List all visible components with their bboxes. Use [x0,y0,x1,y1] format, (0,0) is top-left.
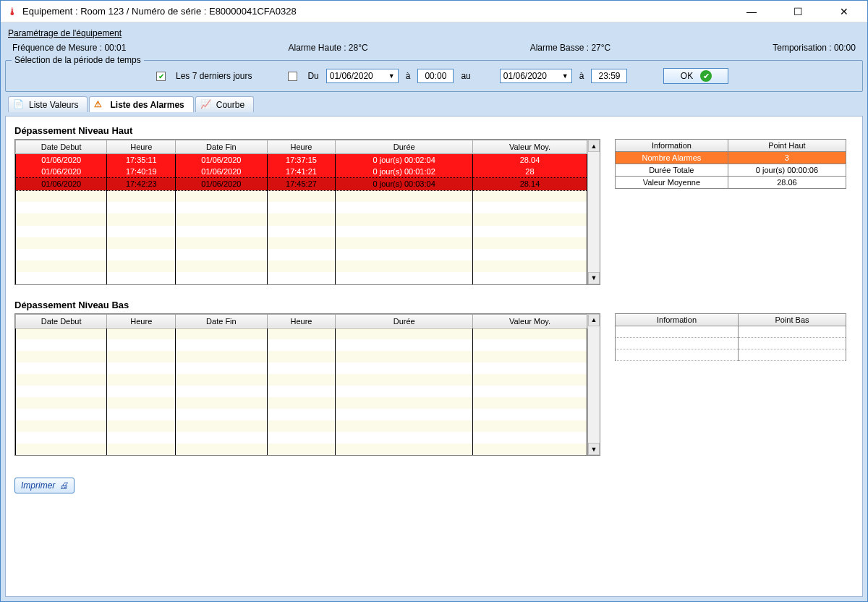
content-area: Paramétrage de l'équipement Fréquence de… [1,22,867,601]
window-title: Equipement : Room 123 / Numéro de série … [22,6,737,17]
table-row [616,349,846,360]
table-header-row: Date Debut Heure Date Fin Heure Durée Va… [16,314,587,328]
list-icon: 📄 [13,99,25,111]
table-row [16,213,587,225]
table-row [16,328,587,339]
table-row [16,420,587,432]
tab-courbe[interactable]: 📈 Courbe [195,96,254,112]
table-row [16,339,587,351]
panel: Dépassement Niveau Haut Date Debut Heure… [5,116,863,597]
period-row: ✔ Les 7 derniers jours ✔ Du 01/06/2020 ▼… [12,68,856,84]
print-label: Imprimer [21,480,55,491]
high-title: Dépassement Niveau Haut [14,125,854,136]
low-title: Dépassement Niveau Bas [14,300,854,310]
table-row [16,397,587,409]
scrollbar[interactable]: ▲ ▼ [587,314,600,456]
tabs: 📄 Liste Valeurs ⚠ Liste des Alarmes 📈 Co… [5,96,863,112]
chevron-down-icon: ▼ [562,72,569,80]
date-to-value: 01/06/2020 [503,71,547,81]
table-row [16,272,587,284]
table-row [616,326,846,337]
a-label-1: à [406,71,411,81]
a-label-2: à [579,71,584,81]
close-button[interactable]: ✕ [830,6,859,17]
table-row [16,386,587,397]
high-side-wrap: InformationPoint Haut Nombre Alarmes3 Du… [615,139,846,285]
tab-liste-valeurs[interactable]: 📄 Liste Valeurs [8,96,88,112]
titlebar: 🌡 Equipement : Room 123 / Numéro de séri… [1,1,867,22]
table-row [16,444,587,455]
table-row [16,202,587,213]
chart-icon: 📈 [200,99,212,111]
period-fieldset: Sélection de la période de temps ✔ Les 7… [5,60,863,92]
last7-checkbox[interactable]: ✔ [156,72,166,81]
au-label: au [461,71,470,81]
table-row [16,432,587,444]
low-alarm-table: Date Debut Heure Date Fin Heure Durée Va… [14,313,600,457]
scrollbar[interactable]: ▲ ▼ [587,140,600,284]
ok-label: OK [681,71,693,81]
table-row [16,237,587,249]
time-to-input[interactable]: 23:59 [591,69,627,83]
tempo-label: Temporisation : 00:00 [773,43,856,53]
params-link[interactable]: Paramétrage de l'équipement [5,27,863,38]
alarm-icon: ⚠ [94,99,106,111]
table-row: Durée Totale0 jour(s) 00:00:06 [616,164,846,177]
table-row [16,351,587,363]
table-row [616,337,846,349]
table-row [16,249,587,260]
scroll-up-icon[interactable]: ▲ [588,140,600,152]
table-row[interactable]: 01/06/202017:42:23 01/06/202017:45:27 0 … [16,178,587,190]
table-row[interactable]: Nombre Alarmes3 [616,152,846,164]
low-section: Dépassement Niveau Bas Date Debut Heure … [14,300,854,457]
check-circle-icon: ✔ [700,70,712,82]
alarm-low-label: Alarme Basse : 27°C [530,43,611,53]
table-row[interactable]: 01/06/202017:35:11 01/06/202017:37:15 0 … [16,154,587,166]
time-from-input[interactable]: 00:00 [417,69,454,83]
date-from-combo[interactable]: 01/06/2020 ▼ [326,69,399,83]
table-header-row: Date Debut Heure Date Fin Heure Durée Va… [16,140,587,154]
tab-liste-alarmes[interactable]: ⚠ Liste des Alarmes [89,96,193,112]
last7-label: Les 7 derniers jours [176,71,252,81]
print-button[interactable]: Imprimer 🖨 [14,478,75,493]
maximize-button[interactable]: ☐ [783,6,812,17]
date-from-value: 01/06/2020 [330,71,373,81]
scroll-down-icon[interactable]: ▼ [588,443,600,455]
scroll-down-icon[interactable]: ▼ [588,272,600,284]
table-row [16,363,587,374]
params-row: Fréquence de Mesure : 00:01 Alarme Haute… [5,43,863,56]
high-section: Dépassement Niveau Haut Date Debut Heure… [14,125,854,285]
table-row [16,226,587,237]
table-row: Valeur Moyenne28.06 [616,177,846,189]
minimize-button[interactable]: — [737,6,766,17]
table-row [16,190,587,202]
chevron-down-icon: ▼ [388,72,395,80]
ok-button[interactable]: OK ✔ [663,68,728,84]
app-window: 🌡 Equipement : Room 123 / Numéro de séri… [0,0,868,602]
date-to-combo[interactable]: 01/06/2020 ▼ [500,69,572,83]
du-checkbox[interactable]: ✔ [288,72,297,81]
du-label: Du [307,71,318,81]
scroll-up-icon[interactable]: ▲ [588,314,600,326]
table-row[interactable]: 01/06/202017:40:19 01/06/202017:41:21 0 … [16,166,587,178]
low-side-table: InformationPoint Bas [615,313,846,361]
period-legend: Sélection de la période de temps [12,55,144,65]
printer-icon: 🖨 [59,480,68,491]
freq-label: Fréquence de Mesure : 00:01 [12,43,126,53]
table-row [16,409,587,420]
alarm-high-label: Alarme Haute : 28°C [288,43,367,53]
table-row [16,260,587,272]
window-controls: — ☐ ✕ [737,6,861,17]
low-side-wrap: InformationPoint Bas [615,313,846,457]
high-side-table: InformationPoint Haut Nombre Alarmes3 Du… [615,139,846,189]
high-alarm-table: Date Debut Heure Date Fin Heure Durée Va… [14,139,600,285]
thermometer-icon: 🌡 [7,6,18,17]
table-row [16,374,587,386]
